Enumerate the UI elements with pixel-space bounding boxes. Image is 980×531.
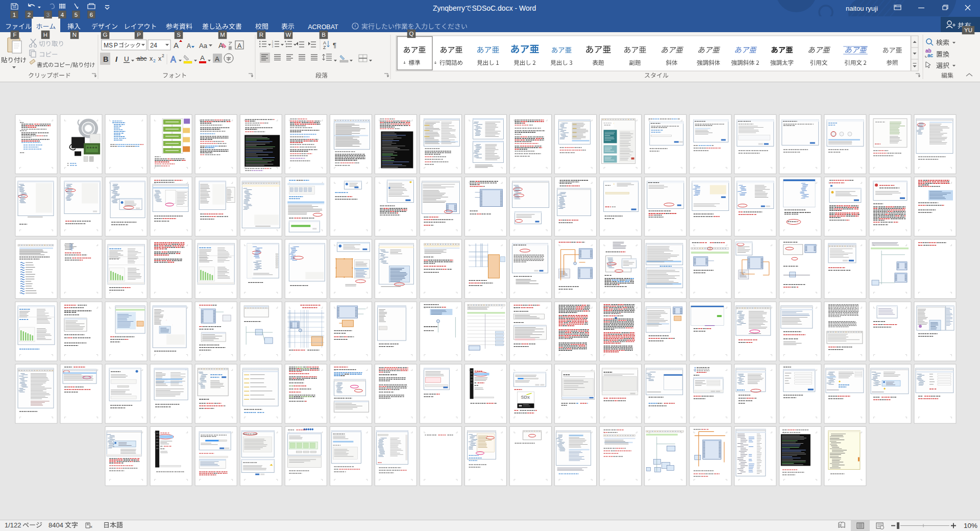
svg-text:8404: 8404 [48,521,63,529]
svg-text:Zynqberry: Zynqberry [433,4,465,12]
svg-text:3: 3 [272,45,274,48]
svg-text:SDSoC.docx - Word: SDSoC.docx - Word [472,4,536,12]
svg-text:Z: Z [323,45,326,50]
svg-text:ac: ac [927,53,934,58]
svg-text:24: 24 [150,42,157,49]
svg-text:5: 5 [75,12,78,18]
svg-text:P: P [137,32,141,38]
svg-text:3: 3 [46,12,50,18]
svg-text:6: 6 [90,12,93,18]
svg-text:Aa: Aa [199,42,208,50]
svg-text:x: x [158,55,162,62]
svg-text:ACROBAT: ACROBAT [308,23,338,31]
svg-text:M: M [220,32,225,38]
svg-text:SDx: SDx [521,395,530,400]
svg-text:×: × [90,524,92,529]
svg-text:10%: 10% [964,522,977,529]
svg-text:A: A [215,55,219,63]
svg-text:A: A [200,54,205,62]
svg-text:x: x [150,55,153,62]
svg-text:A: A [187,42,191,50]
svg-text:1/122: 1/122 [5,521,21,529]
svg-text:A: A [170,55,176,64]
svg-text:R: R [259,32,263,38]
svg-text:B: B [322,32,326,38]
svg-text:A: A [237,42,242,50]
svg-text:4: 4 [61,12,64,18]
svg-text:S: S [177,32,181,38]
svg-text:F: F [13,32,16,38]
svg-text:MS: MS [104,42,113,49]
svg-text:2: 2 [162,53,164,58]
svg-text:H: H [43,32,47,38]
svg-text:2: 2 [153,58,156,63]
svg-text:G: G [103,32,108,38]
svg-text:Q: Q [409,31,414,37]
svg-text:YU: YU [964,27,972,33]
svg-text:U: U [124,55,129,63]
svg-text:A: A [174,41,179,50]
svg-text:N: N [72,32,77,38]
svg-text:P: P [114,42,118,49]
svg-text:W: W [286,32,291,38]
svg-text:¶: ¶ [333,41,336,49]
svg-text:B: B [103,55,108,63]
svg-text:2: 2 [28,12,31,18]
svg-text:1: 1 [13,12,16,18]
svg-text:naitou ryuji: naitou ryuji [846,5,878,12]
